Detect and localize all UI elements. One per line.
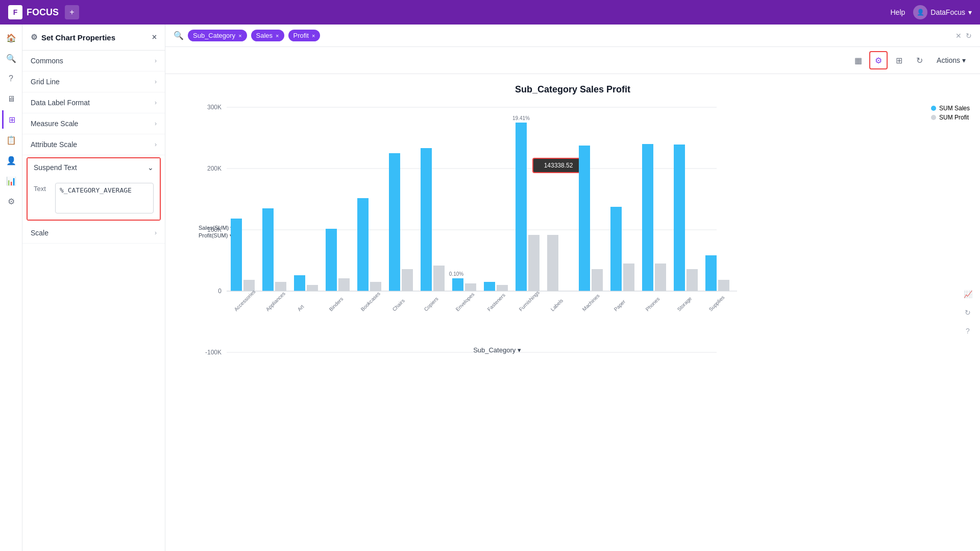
panel-item-commons[interactable]: Commons ›: [22, 51, 165, 71]
main-layout: 🏠 🔍 ? 🖥 ⊞ 📋 👤 📊 ⚙ ⚙ Set Chart Properties…: [0, 25, 980, 551]
sidebar-item-person[interactable]: 👤: [2, 151, 20, 170]
panel-item-data-label-format[interactable]: Data Label Format ›: [22, 92, 165, 113]
bar-chart: 300K 200K 100K 0 -100K Sales(SUM) ▾ Prof…: [196, 102, 737, 409]
bar-profit-fasteners: [497, 285, 508, 291]
tag-profit-remove[interactable]: ×: [312, 33, 315, 39]
bar-profit-phones: [655, 263, 666, 291]
chevron-right-icon: ›: [155, 229, 157, 236]
tag-profit[interactable]: Profit ×: [288, 30, 321, 41]
legend-dot-sales: [931, 106, 936, 111]
panel-item-grid-line[interactable]: Grid Line ›: [22, 71, 165, 92]
tag-sales-remove[interactable]: ×: [276, 33, 279, 39]
search-clear-button[interactable]: ✕: [955, 32, 962, 40]
bar-sales-supplies: [705, 255, 717, 291]
bar-profit-chairs: [402, 269, 413, 291]
logo-text: F: [13, 8, 18, 16]
sidebar-item-help[interactable]: ?: [2, 69, 20, 88]
reload-chart-icon[interactable]: ↻: [961, 305, 975, 320]
refresh-button[interactable]: ↻: [910, 51, 928, 69]
suspend-text-toggle[interactable]: Suspend Text ⌄: [28, 158, 160, 177]
panel-title: Set Chart Properties: [41, 33, 115, 42]
svg-text:Chairs: Chairs: [391, 298, 406, 312]
table-view-button[interactable]: ⊞: [890, 51, 908, 69]
settings-button[interactable]: ⚙: [869, 51, 888, 69]
help-link[interactable]: Help: [891, 8, 905, 16]
svg-text:Furnishings: Furnishings: [518, 290, 541, 312]
navbar-left: F FOCUS +: [8, 5, 79, 19]
panel-item-measure-scale[interactable]: Measure Scale ›: [22, 113, 165, 134]
tag-sub-category-label: Sub_Category: [193, 32, 235, 39]
svg-text:Sales(SUM) ▾: Sales(SUM) ▾: [199, 225, 233, 231]
card-view-button[interactable]: ▦: [849, 51, 867, 69]
legend-profit-label: SUM Profit: [939, 114, 969, 121]
username: DataFocus: [930, 8, 965, 16]
tag-profit-label: Profit: [293, 32, 309, 39]
svg-text:Art: Art: [297, 303, 305, 312]
add-tab-button[interactable]: +: [65, 5, 79, 19]
svg-text:0: 0: [218, 288, 222, 295]
sidebar-item-home[interactable]: 🏠: [2, 29, 20, 47]
svg-text:Sub_Category ▾: Sub_Category ▾: [473, 346, 521, 354]
settings-icon: ⚙: [875, 56, 882, 65]
sidebar-item-search[interactable]: 🔍: [2, 49, 20, 67]
text-field-row: Text %_CATEGORY_AVERAGE: [34, 183, 154, 213]
tag-sales[interactable]: Sales ×: [251, 30, 284, 41]
info-icon[interactable]: ?: [961, 324, 975, 338]
chevron-right-icon: ›: [155, 99, 157, 106]
sidebar-item-analytics[interactable]: 📊: [2, 172, 20, 190]
bar-sales-paper: [610, 207, 622, 291]
suspend-text-label: Suspend Text: [34, 163, 77, 172]
data-label-format-label: Data Label Format: [31, 99, 90, 107]
chart-toolbar: ▦ ⚙ ⊞ ↻ Actions ▾: [165, 47, 980, 74]
icon-sidebar: 🏠 🔍 ? 🖥 ⊞ 📋 👤 📊 ⚙: [0, 25, 22, 551]
bar-profit-bookcases: [370, 282, 381, 291]
suspend-text-body: Text %_CATEGORY_AVERAGE: [28, 177, 160, 220]
bar-sales-accessories: [231, 219, 242, 291]
svg-text:Accessories: Accessories: [233, 289, 257, 313]
actions-chevron-icon: ▾: [962, 56, 966, 64]
bar-sales-art: [294, 275, 305, 291]
legend-dot-profit: [931, 115, 936, 120]
svg-text:Binders: Binders: [328, 296, 345, 313]
bar-profit-art: [307, 285, 318, 291]
chevron-right-icon: ›: [155, 78, 157, 85]
svg-text:Paper: Paper: [613, 298, 627, 312]
chevron-right-icon: ›: [155, 120, 157, 127]
trend-icon[interactable]: 📈: [961, 287, 975, 301]
bar-profit-binders: [338, 278, 350, 291]
legend-item-sales: SUM Sales: [931, 105, 970, 112]
actions-button[interactable]: Actions ▾: [930, 53, 972, 67]
panel-item-scale[interactable]: Scale ›: [22, 223, 165, 244]
svg-text:200K: 200K: [207, 165, 222, 172]
sidebar-item-book[interactable]: 📋: [2, 131, 20, 149]
sidebar-item-settings[interactable]: ⚙: [2, 192, 20, 210]
svg-text:Phones: Phones: [645, 296, 661, 313]
panel-close-button[interactable]: ×: [152, 33, 157, 42]
bar-sales-phones: [642, 144, 653, 291]
chart-area: Sub_Category Sales Profit SUM Sales SUM …: [165, 74, 980, 551]
tag-sub-category[interactable]: Sub_Category ×: [188, 30, 247, 41]
bar-profit-paper: [623, 263, 634, 291]
svg-text:Supplies: Supplies: [708, 295, 726, 313]
sidebar-item-grid[interactable]: ⊞: [2, 110, 20, 129]
svg-text:-100K: -100K: [205, 349, 222, 356]
panel-item-attribute-scale[interactable]: Attribute Scale ›: [22, 134, 165, 155]
suspend-text-input[interactable]: %_CATEGORY_AVERAGE: [55, 183, 154, 213]
bar-sales-envelopes: [452, 278, 463, 291]
refresh-icon: ↻: [916, 56, 923, 65]
sidebar-item-monitor[interactable]: 🖥: [2, 90, 20, 108]
bar-sales-machines: [579, 146, 590, 291]
search-refresh-button[interactable]: ↻: [966, 32, 972, 40]
bar-sales-furnishings: [516, 123, 527, 291]
bar-profit-furnishings: [528, 235, 540, 291]
suspend-text-section: Suspend Text ⌄ Text %_CATEGORY_AVERAGE: [27, 157, 161, 221]
bar-profit-labels: [547, 235, 558, 291]
search-icon[interactable]: 🔍: [174, 31, 184, 40]
svg-text:Profit(SUM) ▾: Profit(SUM) ▾: [199, 232, 233, 238]
tag-sub-category-remove[interactable]: ×: [238, 33, 241, 39]
chart-legend: SUM Sales SUM Profit: [931, 105, 970, 121]
user-menu[interactable]: 👤 DataFocus ▾: [913, 5, 972, 19]
chevron-down-icon: ⌄: [148, 163, 154, 172]
bar-profit-appliances: [275, 282, 286, 291]
app-logo[interactable]: F FOCUS: [8, 5, 59, 19]
